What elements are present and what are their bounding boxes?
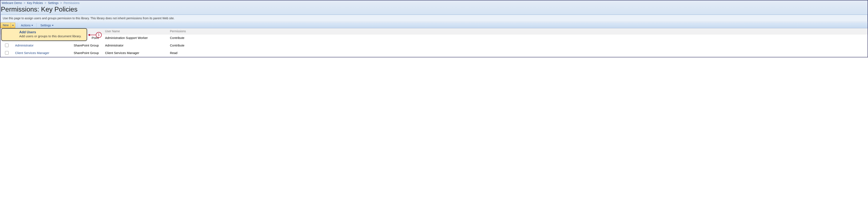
breadcrumb-current: Permissions xyxy=(64,1,80,5)
table-row: Administrator SharePoint Group Administr… xyxy=(0,42,868,50)
usergroup-link[interactable]: Client Services Manager xyxy=(15,51,49,55)
breadcrumb-sep: > xyxy=(60,1,62,5)
new-button[interactable]: New xyxy=(0,23,11,28)
breadcrumb-sep: > xyxy=(44,1,46,5)
toolbar-separator xyxy=(17,23,17,27)
add-users-menu-item-title: Add Users xyxy=(19,30,84,34)
svg-marker-1 xyxy=(88,34,90,36)
toolbar-separator xyxy=(36,23,37,27)
breadcrumb-link[interactable]: Webcare Demo xyxy=(2,1,22,5)
actions-menu[interactable]: Actions xyxy=(19,23,35,28)
chevron-down-icon xyxy=(31,25,33,26)
arrow-left-icon xyxy=(88,33,96,37)
username-cell: Client Services Manager xyxy=(103,50,168,57)
column-header-username[interactable]: User Name xyxy=(103,28,168,34)
username-cell: Administrator xyxy=(103,42,168,50)
chevron-down-icon xyxy=(52,25,54,26)
usergroup-link[interactable]: Administrator xyxy=(15,44,33,47)
callout-number: 1 xyxy=(96,32,102,38)
breadcrumb-sep: > xyxy=(24,1,25,5)
settings-menu[interactable]: Settings xyxy=(39,23,55,28)
settings-label: Settings xyxy=(40,24,51,27)
breadcrumb-link[interactable]: Settings xyxy=(48,1,59,5)
breadcrumb: Webcare Demo > Key Policies > Settings >… xyxy=(0,0,868,5)
table-row: Administration Support Worker Point Admi… xyxy=(0,34,868,42)
permissions-table: Users/Groups Type User Name Permissions … xyxy=(0,28,868,57)
page-title: Permissions: Key Policies xyxy=(0,5,868,15)
permissions-cell: Contribute xyxy=(168,42,868,50)
chevron-down-icon xyxy=(12,25,14,26)
breadcrumb-link[interactable]: Key Policies xyxy=(27,1,43,5)
row-checkbox[interactable] xyxy=(5,51,8,55)
add-users-menu-item-desc: Add users or groups to this document lib… xyxy=(19,34,84,38)
column-header-permissions[interactable]: Permissions xyxy=(168,28,868,34)
username-cell: Administration Support Worker xyxy=(103,34,168,42)
actions-label: Actions xyxy=(21,24,31,27)
page-description: Use this page to assign users and groups… xyxy=(0,15,868,22)
callout-annotation: 1 xyxy=(88,32,102,38)
table-row: Client Services Manager SharePoint Group… xyxy=(0,50,868,57)
permissions-cell: Contribute xyxy=(168,34,868,42)
type-cell: SharePoint Group xyxy=(71,50,103,57)
row-checkbox[interactable] xyxy=(5,44,8,47)
new-dropdown-menu[interactable]: Add Users Add users or groups to this do… xyxy=(1,28,87,41)
permissions-cell: Read xyxy=(168,50,868,57)
new-dropdown-arrow[interactable] xyxy=(11,23,15,28)
toolbar: New Actions Settings xyxy=(0,22,868,28)
type-cell: SharePoint Group xyxy=(71,42,103,50)
